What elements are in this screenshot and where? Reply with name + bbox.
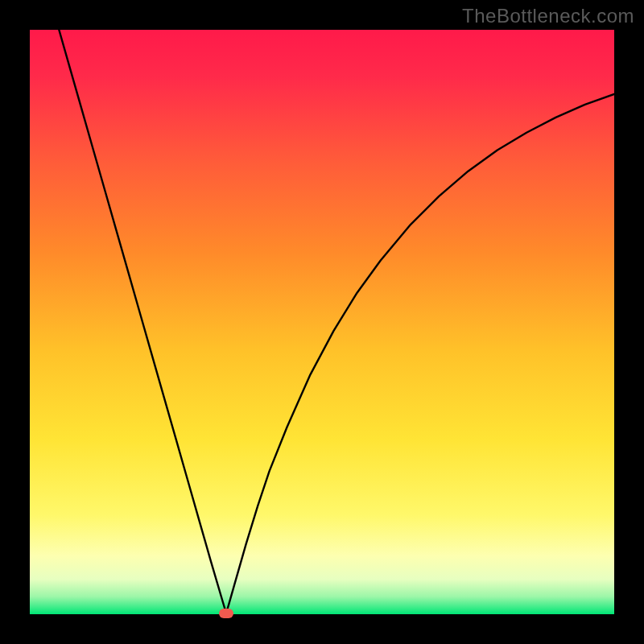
watermark-text: TheBottleneck.com: [462, 5, 634, 27]
chart-svg: [30, 30, 614, 614]
gradient-background: [30, 30, 614, 614]
plot-area: [30, 30, 614, 614]
chart-frame: TheBottleneck.com: [0, 0, 644, 644]
optimal-point-marker: [219, 609, 233, 618]
